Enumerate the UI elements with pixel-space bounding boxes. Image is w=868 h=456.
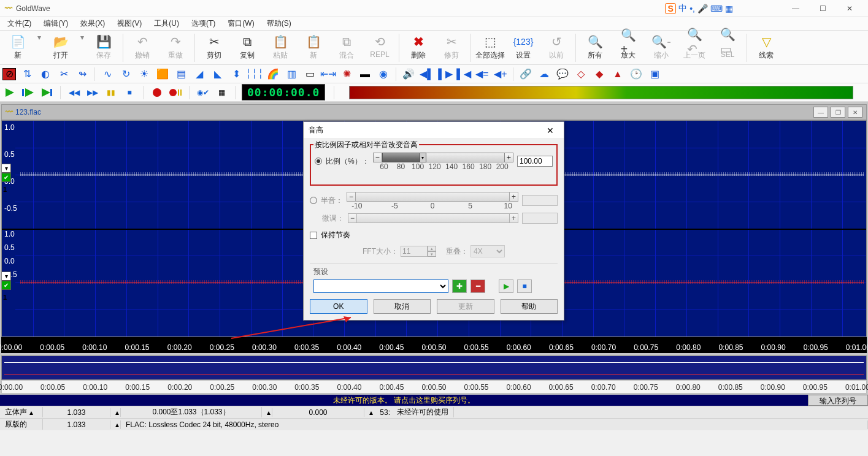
ime-indicator[interactable]: S 中 •, 🎤 ⌨ ▦	[665, 3, 733, 14]
dialog-close-button[interactable]: ✕	[542, 124, 559, 137]
globe-icon[interactable]: ◉	[376, 67, 391, 82]
bars-icon[interactable]: ▤	[174, 67, 188, 82]
dropdown-arrow-icon[interactable]: ▾	[34, 33, 44, 42]
dialog-titlebar[interactable]: 音高 ✕	[304, 122, 564, 139]
triangle-icon[interactable]: ▲	[610, 67, 625, 82]
play-end-button[interactable]	[39, 85, 54, 100]
scale-value-input[interactable]	[517, 156, 553, 167]
stop-button[interactable]: ■	[122, 85, 137, 100]
spectrum-icon[interactable]: 🌈	[266, 67, 280, 82]
select-all-button[interactable]: ⬚全部选择	[474, 33, 507, 62]
record-button[interactable]	[150, 85, 164, 100]
compress-w-icon[interactable]: ⇤⇥	[321, 67, 336, 82]
menu-item[interactable]: 选项(T)	[186, 17, 220, 30]
semitone-slider[interactable]: − +	[347, 192, 518, 202]
wave-arrow-icon[interactable]: ↬	[75, 67, 90, 82]
fade-out-icon[interactable]: ◣	[210, 67, 225, 82]
settings-button[interactable]: {123}设置	[507, 33, 540, 62]
preset-remove-button[interactable]: ━	[470, 279, 485, 293]
zoom-all-button[interactable]: 🔍所有	[578, 33, 612, 62]
slider-minus-button[interactable]: −	[374, 153, 382, 162]
preset-play-button[interactable]: ▶	[499, 279, 513, 293]
update-button[interactable]: 更新	[437, 299, 494, 314]
license-bar[interactable]: 未经许可的版本。 请点击这里购买序列号。 输入序列号	[0, 395, 868, 406]
ok-button[interactable]: OK	[310, 299, 367, 314]
sine-icon[interactable]: ∿	[100, 67, 115, 82]
menu-item[interactable]: 编辑(Y)	[39, 17, 73, 30]
balance-icon[interactable]: ⬍	[229, 67, 244, 82]
minimize-button[interactable]: —	[782, 0, 809, 17]
cue-button[interactable]: ▽线索	[750, 33, 783, 62]
dropdown-arrow-icon[interactable]: ▴	[29, 408, 33, 417]
menu-item[interactable]: 效果(X)	[75, 17, 110, 30]
chat-icon[interactable]: 💬	[555, 67, 570, 82]
preset-add-button[interactable]: ✚	[452, 279, 467, 293]
loop-icon[interactable]: ↻	[118, 67, 133, 82]
timeline-main[interactable]: 0:00.000:00.050:00.100:00.150:00.200:00.…	[1, 337, 867, 353]
help-button[interactable]: 帮助	[501, 299, 558, 314]
vol-arrow-icon[interactable]: ◀▌	[420, 67, 434, 82]
play-sel-button[interactable]	[21, 85, 36, 100]
diamond-icon[interactable]: ◇	[574, 67, 588, 82]
menu-item[interactable]: 工具(U)	[149, 17, 184, 30]
slider-plus-button[interactable]: +	[504, 153, 513, 162]
rainbow-bar-icon[interactable]: ▬	[358, 67, 372, 82]
rewind-button[interactable]: ◀◀	[67, 85, 82, 100]
dropdown-arrow-icon[interactable]: ▴	[369, 408, 373, 417]
clock-icon[interactable]: 🕑	[629, 67, 643, 82]
diamond2-icon[interactable]: ◆	[592, 67, 607, 82]
pause-button[interactable]: ▮▮	[104, 85, 118, 100]
delete-button[interactable]: ✖删除	[402, 33, 435, 62]
props-button[interactable]: ▦	[214, 85, 229, 100]
preset-stop-button[interactable]: ■	[517, 279, 532, 293]
dropdown-arrow-icon[interactable]: ▾	[77, 33, 87, 42]
dropdown-arrow-icon[interactable]: ▴	[267, 408, 271, 417]
shuffle-icon[interactable]: ⇅	[20, 67, 34, 82]
orbit-icon[interactable]: ◐	[38, 67, 53, 82]
doc-minimize-button[interactable]: —	[813, 107, 828, 118]
record-pause-button[interactable]	[168, 85, 183, 100]
document-titlebar[interactable]: 〰 123.flac — ❐ ✕	[1, 104, 867, 120]
play-button[interactable]	[2, 85, 17, 100]
overview-waveform[interactable]	[1, 355, 867, 380]
menu-item[interactable]: 文件(Z)	[2, 17, 36, 30]
menu-item[interactable]: 帮助(S)	[262, 17, 296, 30]
forward-button[interactable]: ▶▶	[85, 85, 100, 100]
cut-x-icon[interactable]: ✂	[56, 67, 71, 82]
scale-radio[interactable]	[315, 158, 322, 165]
slider-minus-button[interactable]: −	[347, 192, 356, 201]
cancel-button[interactable]: 取消	[374, 299, 431, 314]
timeline-overview[interactable]: 0:00.000:00.050:00.100:00.150:00.200:00.…	[1, 380, 867, 393]
columns-icon[interactable]: ▥	[284, 67, 299, 82]
toggle-a-button[interactable]: ◉✔	[196, 85, 210, 100]
fade-in-icon[interactable]: ◢	[192, 67, 207, 82]
vol-line-icon[interactable]: ▌◀	[456, 67, 471, 82]
preserve-tempo-checkbox[interactable]	[310, 232, 317, 239]
preset-select[interactable]	[313, 279, 448, 293]
burst-icon[interactable]: ✺	[339, 67, 354, 82]
doc-close-button[interactable]: ✕	[848, 107, 862, 118]
menu-item[interactable]: 窗口(W)	[223, 17, 259, 30]
dropdown-arrow-icon[interactable]: ▴	[115, 408, 119, 417]
close-button[interactable]: ✕	[836, 0, 863, 17]
copy-button[interactable]: ⧉复制	[231, 33, 264, 62]
window-icon[interactable]: ▣	[647, 67, 662, 82]
license-text[interactable]: 未经许可的版本。 请点击这里购买序列号。	[0, 395, 808, 406]
slider-plus-button[interactable]: +	[509, 192, 518, 201]
scale-slider[interactable]: − ▾ +	[373, 153, 513, 162]
palette-icon[interactable]: 🟧	[155, 67, 170, 82]
maximize-button[interactable]: ☐	[809, 0, 836, 17]
sun-icon[interactable]: ☀	[137, 67, 152, 82]
stop-red-icon[interactable]: ⊘	[2, 68, 16, 80]
link-icon[interactable]: 🔗	[518, 67, 533, 82]
menu-item[interactable]: 视图(V)	[112, 17, 147, 30]
folder-open-button[interactable]: 📂打开	[44, 33, 77, 62]
vol-plus-icon[interactable]: ◀+	[493, 67, 508, 82]
vol-left-icon[interactable]: 🔊	[401, 67, 416, 82]
cut-button[interactable]: ✂剪切	[198, 33, 231, 62]
dropdown-arrow-icon[interactable]: ▴	[115, 420, 119, 429]
zoom-in-button[interactable]: 🔍+放大	[612, 33, 645, 62]
cloud-icon[interactable]: ☁	[537, 67, 551, 82]
vol-eq-icon[interactable]: ◀=	[475, 67, 490, 82]
equalizer-icon[interactable]: ╎╎╎	[247, 67, 262, 82]
